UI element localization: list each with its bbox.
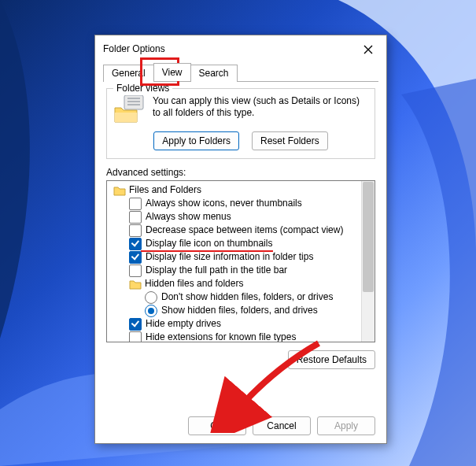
folder-views-legend: Folder views	[113, 83, 172, 94]
opt-full-path-title[interactable]: Display the full path in the title bar	[110, 264, 362, 277]
dialog-title: Folder Options	[103, 43, 165, 54]
close-button[interactable]	[355, 40, 382, 59]
folder-views-description: You can apply this view (such as Details…	[153, 95, 368, 124]
restore-defaults-button[interactable]: Restore Defaults	[288, 350, 375, 369]
svg-rect-0	[124, 95, 143, 109]
checkbox-icon	[129, 318, 142, 331]
opt-file-size-tips[interactable]: Display file size information in folder …	[110, 250, 362, 264]
opt-compact-view[interactable]: Decrease space between items (compact vi…	[110, 224, 362, 237]
folder-icon	[113, 185, 126, 196]
opt-always-icons[interactable]: Always show icons, never thumbnails	[110, 197, 362, 210]
tree-scrollbar[interactable]	[361, 181, 375, 342]
opt-hide-extensions[interactable]: Hide extensions for known file types	[110, 331, 362, 342]
checkbox-icon	[129, 238, 142, 250]
scrollbar-thumb[interactable]	[363, 182, 374, 292]
opt-hidden-dont-show[interactable]: Don't show hidden files, folders, or dri…	[110, 290, 362, 304]
checkbox-icon	[129, 251, 142, 264]
cancel-button[interactable]: Cancel	[253, 416, 311, 435]
checkbox-icon	[129, 224, 142, 237]
apply-to-folders-button[interactable]: Apply to Folders	[153, 131, 239, 150]
opt-hide-empty-drives[interactable]: Hide empty drives	[110, 317, 362, 331]
tab-general[interactable]: General	[103, 65, 154, 82]
opt-always-menus[interactable]: Always show menus	[110, 210, 362, 224]
checkbox-icon	[129, 264, 142, 277]
checkbox-icon	[129, 198, 142, 210]
apply-button[interactable]: Apply	[317, 416, 375, 435]
radio-icon	[145, 291, 157, 304]
dialog-buttons: OK Cancel Apply	[188, 416, 375, 435]
advanced-settings-tree: Files and Folders Always show icons, nev…	[106, 180, 375, 342]
folder-options-dialog: Folder Options General View Search Folde…	[94, 35, 387, 444]
radio-icon	[145, 305, 157, 317]
opt-file-icon-thumbnails[interactable]: Display file icon on thumbnails	[110, 237, 362, 250]
checkbox-icon	[129, 211, 142, 224]
close-icon	[363, 45, 373, 54]
opt-hidden-show[interactable]: Show hidden files, folders, and drives	[110, 304, 362, 317]
folder-icon	[129, 279, 142, 290]
advanced-settings-label: Advanced settings:	[106, 167, 375, 178]
titlebar: Folder Options	[95, 35, 386, 62]
reset-folders-button[interactable]: Reset Folders	[252, 131, 328, 150]
folder-views-group: Folder views You can apply this view (su…	[106, 88, 375, 159]
tree-hidden-group[interactable]: Hidden files and folders	[110, 277, 362, 290]
tab-view[interactable]: View	[153, 63, 191, 81]
tree-root-label: Files and Folders	[129, 183, 201, 197]
checkbox-icon	[129, 331, 142, 343]
annotation-underline	[141, 250, 273, 252]
tree-root-files-folders[interactable]: Files and Folders	[110, 183, 362, 197]
folder-views-icon	[113, 95, 145, 124]
tab-search[interactable]: Search	[190, 65, 238, 82]
tab-content: Folder views You can apply this view (su…	[95, 82, 386, 369]
ok-button[interactable]: OK	[188, 416, 246, 435]
tab-strip: General View Search	[103, 62, 378, 81]
